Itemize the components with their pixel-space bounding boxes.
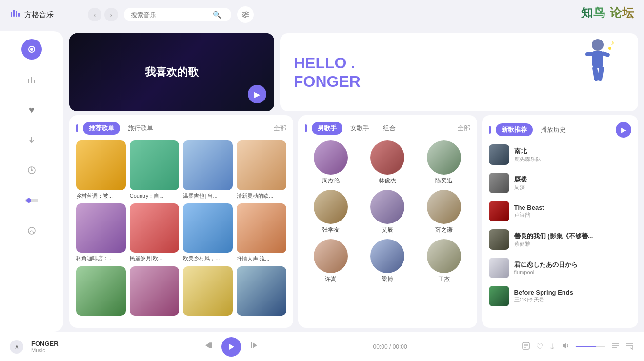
tab-groups[interactable]: 组合 [377, 122, 402, 135]
welcome-text: HELLO . FONGER [294, 54, 361, 91]
player-time: 00:00 / 00:00 [373, 343, 407, 350]
list-item[interactable]: 温柔吉他| 当... [183, 140, 233, 200]
list-item[interactable]: 清新灵动的欧... [237, 140, 286, 200]
playlist-label-5: 转角咖啡店：... [76, 255, 126, 262]
playlist-column: 推荐歌单 旅行歌单 全部 乡村蓝调：被... Country：自... [69, 115, 293, 328]
playlist-icon[interactable] [611, 341, 620, 352]
sidebar-item-chart[interactable] [21, 69, 42, 90]
svg-point-8 [245, 12, 247, 14]
more-icon[interactable] [625, 341, 634, 352]
list-item[interactable]: 乡村蓝调：被... [76, 140, 126, 200]
list-item[interactable] [183, 266, 233, 318]
list-item[interactable]: 艾辰 [362, 190, 413, 234]
song-info-6: Before Spring Ends 王OK|李天贵 [514, 289, 631, 303]
sidebar-item-toggle[interactable] [21, 190, 42, 211]
song-thumb-3 [489, 201, 509, 221]
list-item[interactable]: 抒情人声·流... [237, 203, 286, 262]
list-item[interactable]: 君に恋したあの日から flumpool [489, 256, 631, 280]
playlist-label-2: Country：自... [130, 192, 180, 200]
list-item[interactable]: 周杰伦 [305, 140, 357, 185]
singer-name-7: 许嵩 [325, 275, 337, 283]
list-item[interactable]: 许嵩 [305, 239, 357, 283]
list-item[interactable]: 南北 鹿先森乐队 [489, 142, 631, 167]
song-info-3: The Beast 卢诗韵 [514, 204, 631, 219]
volume-icon[interactable] [561, 341, 570, 352]
list-item[interactable]: 王杰 [418, 239, 470, 283]
song-title-4: 善良的我们 (影集《不够善... [514, 232, 631, 241]
list-item[interactable]: 张学友 [305, 190, 357, 234]
list-item[interactable] [76, 266, 126, 318]
tab-female-singers[interactable]: 女歌手 [344, 122, 375, 135]
singers-grid: 周杰伦 林俊杰 陈奕迅 张学友 [305, 140, 470, 283]
list-item[interactable]: 民遥岁月|欧... [130, 203, 180, 262]
svg-point-17 [31, 169, 33, 171]
play-pause-button[interactable] [221, 337, 241, 357]
svg-rect-0 [11, 12, 12, 17]
svg-rect-36 [251, 342, 252, 348]
player-title: FONGER [31, 340, 90, 347]
list-item[interactable]: 蜃楼 周深 [489, 171, 631, 195]
list-item[interactable]: 梁博 [362, 239, 413, 283]
list-item[interactable]: 薛之谦 [418, 190, 470, 234]
sidebar-item-profile[interactable] [21, 221, 42, 241]
logo-text: 方格音乐 [24, 10, 54, 20]
volume-bar[interactable] [576, 346, 605, 347]
singer-name-1: 周杰伦 [322, 177, 340, 185]
previous-button[interactable] [204, 341, 214, 353]
song-thumb-1 [489, 144, 509, 165]
svg-point-7 [243, 14, 245, 16]
playlist-tabs: 推荐歌单 旅行歌单 全部 [76, 122, 286, 135]
hero-banner: 我喜欢的歌 ▶ [69, 33, 274, 111]
tab-new-songs[interactable]: 新歌推荐 [496, 123, 533, 136]
sidebar-item-favorites[interactable]: ♥ [21, 100, 42, 120]
bottom-player: ∧ FONGER Music 00:00 / 00:00 ♡ ⤓ [0, 332, 644, 361]
list-item[interactable]: 善良的我们 (影集《不够善... 蔡健雅 [489, 227, 631, 252]
hero-welcome: HELLO . FONGER ♪ [280, 33, 638, 111]
player-expand-button[interactable]: ∧ [10, 340, 23, 354]
list-item[interactable]: 林俊杰 [362, 140, 413, 185]
song-artist-1: 鹿先森乐队 [514, 156, 631, 163]
like-icon[interactable]: ♡ [536, 342, 543, 351]
sidebar-item-discover[interactable] [21, 160, 42, 180]
song-title-2: 蜃楼 [514, 175, 631, 184]
playlist-label-4: 清新灵动的欧... [237, 192, 286, 200]
search-input[interactable] [131, 11, 209, 19]
sidebar-item-downloads[interactable] [21, 130, 42, 150]
playlist-label-3: 温柔吉他| 当... [183, 192, 233, 200]
tab-play-history[interactable]: 播放历史 [535, 123, 572, 136]
list-item[interactable] [130, 266, 180, 318]
hero-section: 我喜欢的歌 ▶ HELLO . FONGER [69, 33, 638, 111]
singer-avatar-2 [370, 140, 404, 175]
tab-male-singers[interactable]: 男歌手 [312, 122, 342, 135]
tab-travel-playlist[interactable]: 旅行歌单 [122, 122, 159, 135]
next-button[interactable] [249, 341, 259, 353]
forward-button[interactable]: › [104, 8, 118, 21]
svg-rect-26 [585, 52, 594, 56]
list-item[interactable]: Before Spring Ends 王OK|李天贵 [489, 284, 631, 308]
play-all-button[interactable]: ▶ [616, 122, 631, 138]
playlist-thumb-2 [130, 140, 180, 190]
back-button[interactable]: ‹ [88, 8, 101, 21]
lyrics-icon[interactable] [522, 341, 530, 352]
tab-recommended-playlist[interactable]: 推荐歌单 [83, 122, 120, 135]
hero-banner-title: 我喜欢的歌 [145, 65, 199, 80]
list-item[interactable]: Country：自... [130, 140, 180, 200]
playlist-label-7: 欧美乡村风，... [183, 255, 233, 262]
song-title-3: The Beast [514, 204, 631, 211]
singers-all-link[interactable]: 全部 [458, 124, 470, 133]
playlist-all-link[interactable]: 全部 [274, 124, 286, 133]
svg-marker-35 [253, 342, 257, 348]
equalizer-button[interactable] [237, 6, 254, 23]
list-item[interactable]: 欧美乡村风，... [183, 203, 233, 262]
hero-play-button[interactable]: ▶ [248, 85, 266, 103]
list-item[interactable]: 转角咖啡店：... [76, 203, 126, 262]
player-subtitle: Music [31, 347, 90, 353]
sidebar-item-home[interactable] [21, 39, 42, 60]
singer-avatar-5 [370, 190, 404, 224]
singer-avatar-3 [427, 140, 461, 175]
download-icon[interactable]: ⤓ [549, 342, 555, 351]
singer-name-4: 张学友 [322, 226, 340, 234]
list-item[interactable]: 陈奕迅 [418, 140, 470, 185]
list-item[interactable]: The Beast 卢诗韵 [489, 199, 631, 223]
list-item[interactable] [237, 266, 286, 318]
